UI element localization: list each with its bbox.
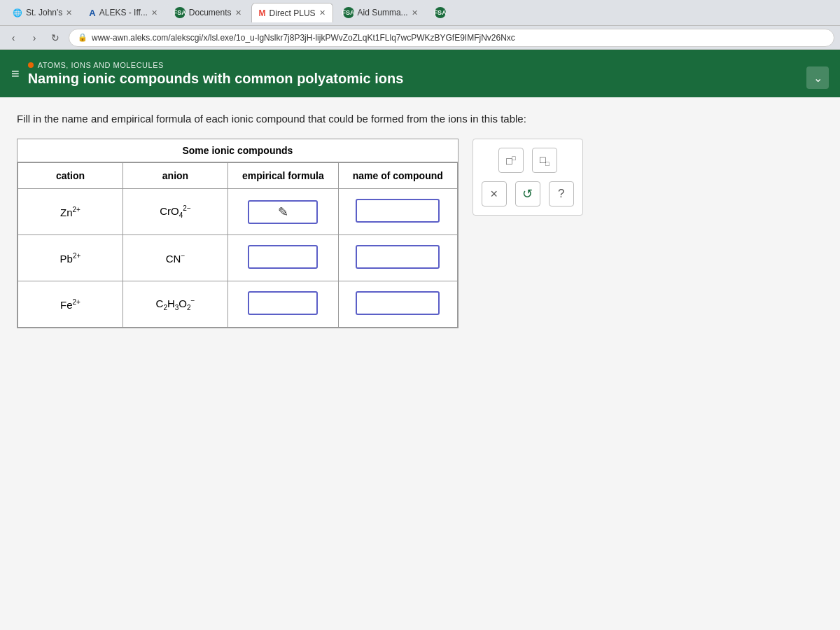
formula-input-cell[interactable] bbox=[228, 281, 339, 328]
fsa-icon: FSA bbox=[174, 7, 186, 18]
ionic-compounds-table: cation anion empirical formula name of c… bbox=[18, 162, 458, 328]
url-text: www-awn.aleks.com/alekscgi/x/lsl.exe/1o_… bbox=[92, 33, 515, 43]
col-header-cation: cation bbox=[18, 163, 123, 189]
orange-dot bbox=[28, 62, 34, 68]
main-content: Fill in the name and empirical formula o… bbox=[0, 97, 840, 630]
tools-panel: □□ □□ × ↺ ? bbox=[472, 139, 583, 216]
tab-close-icon[interactable]: ✕ bbox=[151, 8, 158, 18]
superscript-icon: □□ bbox=[506, 155, 516, 167]
fsa-icon: FSA bbox=[343, 7, 354, 18]
hamburger-icon[interactable]: ≡ bbox=[11, 66, 20, 82]
action-tools-row: × ↺ ? bbox=[482, 181, 574, 206]
cation-cell: Fe2+ bbox=[18, 281, 123, 328]
anion-cell: CrO42− bbox=[123, 189, 228, 235]
back-button[interactable]: ‹ bbox=[6, 30, 21, 46]
tab-direct-plus[interactable]: M Direct PLUS ✕ bbox=[251, 3, 333, 22]
tab-label: Aid Summa... bbox=[358, 8, 408, 18]
c2h3o2-anion: C2H3O2− bbox=[156, 298, 195, 309]
name-input-row3[interactable] bbox=[356, 291, 440, 315]
col-header-name: name of compound bbox=[338, 163, 457, 189]
ionic-table-wrapper: Some ionic compounds cation anion empiri… bbox=[17, 139, 458, 328]
pencil-icon: ✎ bbox=[249, 202, 316, 223]
address-bar[interactable]: 🔒 www-awn.aleks.com/alekscgi/x/lsl.exe/1… bbox=[69, 29, 834, 47]
instruction-text: Fill in the name and empirical formula o… bbox=[17, 111, 823, 126]
undo-icon: ↺ bbox=[522, 186, 533, 202]
tab-documents[interactable]: FSA Documents ✕ bbox=[167, 3, 248, 22]
formula-input-cell[interactable]: ✎ bbox=[228, 189, 339, 235]
header-subtitle: ATOMS, IONS AND MOLECULES bbox=[28, 61, 798, 69]
tab-label: Documents bbox=[189, 8, 232, 18]
forward-button[interactable]: › bbox=[27, 30, 42, 46]
superscript-button[interactable]: □□ bbox=[498, 148, 524, 173]
fsa-icon: FSA bbox=[435, 7, 446, 18]
cation-cell: Zn2+ bbox=[18, 189, 123, 235]
name-input-cell[interactable] bbox=[338, 235, 457, 281]
tab-close-icon[interactable]: ✕ bbox=[235, 8, 241, 18]
formula-input-row2[interactable] bbox=[248, 245, 318, 269]
cn-anion: CN− bbox=[166, 253, 186, 265]
undo-button[interactable]: ↺ bbox=[515, 181, 540, 206]
tab-label: St. John's bbox=[26, 8, 62, 18]
cation-cell: Pb2+ bbox=[18, 235, 123, 281]
tab-extra[interactable]: FSA bbox=[428, 3, 453, 22]
anion-cell: CN− bbox=[123, 235, 228, 281]
zn-cation: Zn2+ bbox=[60, 206, 80, 218]
format-tools-row: □□ □□ bbox=[498, 148, 557, 173]
formula-input-row1[interactable]: ✎ bbox=[248, 200, 318, 224]
table-row: Fe2+ C2H3O2− bbox=[18, 281, 458, 328]
table-title: Some ionic compounds bbox=[18, 139, 458, 162]
subscript-button[interactable]: □□ bbox=[532, 148, 557, 173]
chevron-down-button[interactable]: ⌄ bbox=[806, 66, 829, 89]
close-icon: × bbox=[491, 187, 498, 202]
tab-st-johns[interactable]: 🌐 St. John's ✕ bbox=[6, 3, 79, 22]
page-icon: 🌐 bbox=[13, 8, 22, 18]
help-button[interactable]: ? bbox=[549, 181, 574, 206]
question-mark-icon: ? bbox=[558, 187, 564, 201]
header-bar: ≡ ATOMS, IONS AND MOLECULES Naming ionic… bbox=[0, 50, 840, 97]
gmail-icon: M bbox=[259, 8, 266, 18]
page-title: Naming ionic compounds with common polya… bbox=[28, 71, 798, 87]
reload-button[interactable]: ↻ bbox=[48, 30, 63, 46]
tab-close-icon[interactable]: ✕ bbox=[412, 8, 418, 18]
lock-icon: 🔒 bbox=[78, 33, 88, 42]
tab-aid-summary[interactable]: FSA Aid Summa... ✕ bbox=[336, 3, 425, 22]
tab-label: Direct PLUS bbox=[270, 8, 316, 18]
pb-cation: Pb2+ bbox=[60, 253, 81, 265]
table-container: Some ionic compounds cation anion empiri… bbox=[17, 139, 823, 328]
header-content: ATOMS, IONS AND MOLECULES Naming ionic c… bbox=[28, 61, 798, 87]
browser-tabs: 🌐 St. John's ✕ A ALEKS - Iff... ✕ FSA Do… bbox=[0, 0, 840, 26]
subscript-icon: □□ bbox=[540, 154, 550, 167]
table-row: Zn2+ CrO42− ✎ bbox=[18, 189, 458, 235]
close-button[interactable]: × bbox=[482, 181, 507, 206]
name-input-row2[interactable] bbox=[356, 245, 440, 269]
tab-close-icon[interactable]: ✕ bbox=[319, 8, 326, 18]
table-row: Pb2+ CN− bbox=[18, 235, 458, 281]
tab-label: ALEKS - Iff... bbox=[99, 8, 148, 18]
name-input-cell[interactable] bbox=[338, 281, 457, 328]
tab-close-icon[interactable]: ✕ bbox=[66, 8, 72, 18]
fe-cation: Fe2+ bbox=[60, 299, 80, 311]
col-header-anion: anion bbox=[123, 163, 228, 189]
address-bar-row: ‹ › ↻ 🔒 www-awn.aleks.com/alekscgi/x/lsl… bbox=[0, 26, 840, 50]
tab-aleks[interactable]: A ALEKS - Iff... ✕ bbox=[82, 3, 164, 22]
col-header-formula: empirical formula bbox=[228, 163, 339, 189]
aleks-icon: A bbox=[89, 8, 95, 18]
formula-input-row3[interactable] bbox=[248, 291, 318, 315]
name-input-cell[interactable] bbox=[338, 189, 457, 235]
cro4-anion: CrO42− bbox=[160, 205, 190, 217]
name-input-row1[interactable] bbox=[356, 199, 440, 223]
anion-cell: C2H3O2− bbox=[123, 281, 228, 328]
formula-input-cell[interactable] bbox=[228, 235, 339, 281]
